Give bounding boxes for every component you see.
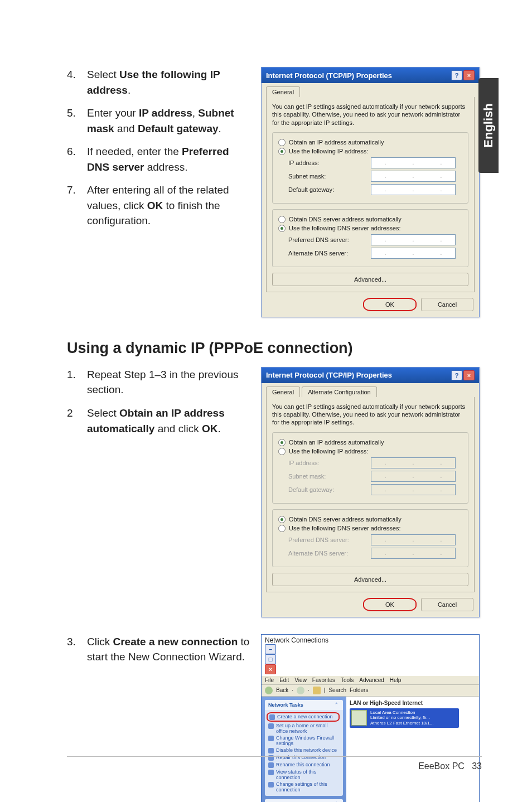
step-item: 6.If needed, enter the Preferred DNS ser… — [67, 144, 251, 175]
maximize-icon[interactable]: □ — [265, 654, 276, 664]
dialog-titlebar: Internet Protocol (TCP/IP) Properties ? … — [262, 368, 479, 383]
close-icon[interactable]: × — [463, 70, 475, 80]
dialog-title: Internet Protocol (TCP/IP) Properties — [266, 371, 392, 379]
ok-button[interactable]: OK — [364, 599, 415, 610]
sidebar-task-link[interactable]: Set up a home or small office network — [268, 723, 340, 734]
step-item: 7.After entering all of the related valu… — [67, 182, 251, 229]
subnet-mask-field: ... — [371, 471, 456, 482]
step-item: 3.Click Create a new connection to start… — [67, 634, 251, 665]
language-tab: English — [478, 78, 499, 173]
alternate-dns-field: ... — [371, 548, 456, 559]
page-footer: EeeBox PC 33 — [67, 756, 482, 771]
advanced-button[interactable]: Advanced... — [272, 273, 468, 286]
menu-item[interactable]: File — [265, 677, 274, 683]
radio-use-ip[interactable] — [278, 448, 286, 455]
ok-button[interactable]: OK — [364, 299, 415, 310]
network-connections-window: Network Connections – □ × FileEditViewFa… — [261, 634, 480, 802]
menu-item[interactable]: Tools — [341, 677, 354, 683]
back-icon[interactable] — [265, 687, 273, 694]
step-item: 2Select Obtain an IP address automatical… — [67, 405, 251, 436]
section-heading: Using a dynamic IP (PPPoE connection) — [67, 340, 482, 357]
sidebar-task-link[interactable]: Change Windows Firewall settings — [268, 735, 340, 746]
sidebar-task-link[interactable]: Disable this network device — [268, 747, 340, 753]
default-gateway-field[interactable]: ... — [371, 184, 456, 195]
tcpip-properties-dialog-dynamic: Internet Protocol (TCP/IP) Properties ? … — [261, 367, 480, 617]
step-item: 4.Select Use the following IP address. — [67, 67, 251, 98]
step-item: 5.Enter your IP address, Subnet mask and… — [67, 105, 251, 136]
static-ip-steps: 4.Select Use the following IP address.5.… — [67, 67, 251, 317]
close-icon[interactable]: × — [265, 664, 276, 674]
advanced-button[interactable]: Advanced... — [272, 573, 468, 586]
radio-auto-ip[interactable] — [278, 139, 286, 146]
close-icon[interactable]: × — [463, 370, 475, 380]
preferred-dns-field: ... — [371, 534, 456, 545]
task-icon — [269, 714, 275, 720]
radio-use-ip[interactable] — [278, 148, 286, 155]
radio-use-dns[interactable] — [278, 525, 286, 532]
cancel-button[interactable]: Cancel — [421, 298, 473, 311]
create-new-connection-link[interactable]: Create a new connection — [267, 712, 340, 722]
sidebar: Network Tasks˄ Create a new connectionSe… — [262, 697, 346, 802]
default-gateway-field: ... — [371, 484, 456, 495]
subnet-mask-field[interactable]: ... — [371, 171, 456, 182]
alternate-dns-field[interactable]: ... — [371, 248, 456, 259]
dynamic-ip-steps: 1.Repeat Step 1–3 in the previous sectio… — [67, 367, 251, 617]
window-titlebar: Network Connections – □ × — [262, 635, 479, 676]
step-item: 1.Repeat Step 1–3 in the previous sectio… — [67, 367, 251, 398]
menu-item[interactable]: Edit — [279, 677, 289, 683]
radio-auto-dns[interactable] — [278, 516, 286, 523]
preferred-dns-field[interactable]: ... — [371, 234, 456, 245]
menu-item[interactable]: Advanced — [359, 677, 384, 683]
ok-button-highlight: OK — [363, 598, 417, 611]
task-icon — [268, 748, 274, 753]
task-icon — [268, 782, 274, 787]
folders-button[interactable]: Folders — [350, 687, 368, 693]
dialog-description: You can get IP settings assigned automat… — [272, 103, 468, 127]
dialog-description: You can get IP settings assigned automat… — [272, 403, 468, 427]
tcpip-properties-dialog-static: Internet Protocol (TCP/IP) Properties ? … — [261, 67, 480, 317]
menu-item[interactable]: Favorites — [312, 677, 335, 683]
tab-alternate[interactable]: Alternate Configuration — [302, 386, 377, 397]
radio-use-dns[interactable] — [278, 225, 286, 232]
panel-title-tasks: Network Tasks — [268, 702, 303, 708]
help-icon[interactable]: ? — [451, 370, 462, 380]
forward-icon[interactable] — [297, 687, 304, 694]
tab-general[interactable]: General — [266, 86, 300, 97]
nic-icon — [351, 710, 367, 726]
ip-address-field[interactable]: ... — [371, 157, 456, 168]
up-icon[interactable] — [313, 687, 321, 694]
help-icon[interactable]: ? — [451, 70, 462, 80]
minimize-icon[interactable]: – — [265, 644, 276, 654]
tab-general[interactable]: General — [266, 386, 300, 397]
menu-item[interactable]: Help — [390, 677, 402, 683]
window-title: Network Connections — [265, 636, 328, 644]
wizard-step: 3.Click Create a new connection to start… — [67, 634, 251, 802]
search-button[interactable]: Search — [328, 687, 346, 693]
sidebar-task-link[interactable]: Change settings of this connection — [268, 781, 340, 793]
menubar[interactable]: FileEditViewFavoritesToolsAdvancedHelp — [262, 676, 479, 685]
task-icon — [268, 736, 274, 741]
toolbar[interactable]: Back · · | Search Folders — [262, 685, 479, 697]
chevron-up-icon[interactable]: ˄ — [333, 702, 340, 708]
ip-address-field: ... — [371, 457, 456, 468]
menu-item[interactable]: View — [294, 677, 307, 683]
cancel-button[interactable]: Cancel — [421, 598, 473, 611]
radio-auto-dns[interactable] — [278, 216, 286, 223]
lan-connection-item[interactable]: Local Area Connection Limited or no conn… — [350, 708, 459, 728]
radio-auto-ip[interactable] — [278, 439, 286, 446]
dialog-titlebar: Internet Protocol (TCP/IP) Properties ? … — [262, 67, 479, 83]
section-header-lan: LAN or High-Speed Internet — [350, 700, 476, 706]
ok-button-highlight: OK — [363, 298, 417, 311]
task-icon — [268, 723, 274, 729]
dialog-title: Internet Protocol (TCP/IP) Properties — [266, 71, 392, 80]
